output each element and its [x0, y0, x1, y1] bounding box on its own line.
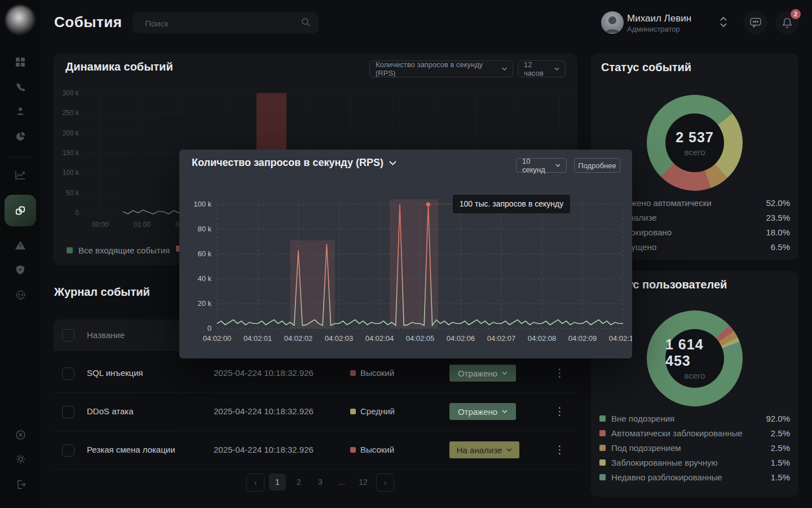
sidebar-item-analytics[interactable]: [9, 164, 32, 186]
sidebar-divider: [10, 157, 30, 157]
status-dropdown[interactable]: Отражено: [449, 365, 516, 382]
pagination-prev[interactable]: ‹: [246, 474, 264, 492]
status-dropdown[interactable]: На анализе: [449, 441, 519, 458]
sidebar-item-logout[interactable]: [9, 473, 32, 496]
svg-text:00:00: 00:00: [92, 221, 109, 229]
row-checkbox[interactable]: [62, 406, 74, 418]
range-select[interactable]: 12 часов: [518, 60, 566, 77]
pie-chart-icon: [15, 131, 26, 142]
notifications-button[interactable]: 2: [775, 11, 799, 34]
events-total-label: всего: [684, 147, 705, 157]
users-total-label: всего: [684, 371, 705, 380]
globe-icon: [15, 290, 26, 300]
event-name: DDoS атака: [87, 406, 133, 416]
chevron-up-down-icon: [720, 16, 727, 28]
row-menu-button[interactable]: ⋮: [554, 366, 565, 380]
event-timestamp: 2025-04-224 10:18:32.926: [214, 406, 314, 416]
row-checkbox[interactable]: [62, 444, 74, 457]
logout-icon: [15, 479, 26, 490]
rps-chart: 100 k80 k60 k40 k20 k004:02:0004:02:0104…: [179, 150, 632, 353]
pagination-page-2[interactable]: 2: [290, 474, 307, 491]
avatar-silhouette: [601, 11, 624, 34]
status-events-donut: 2 537 всего: [647, 95, 743, 191]
pagination: ‹ 1 2 3 ... 12 ›: [246, 474, 394, 492]
sidebar-item-support[interactable]: [9, 423, 32, 446]
sidebar-item-settings[interactable]: [9, 448, 32, 470]
svg-text:04:02:05: 04:02:05: [406, 334, 435, 343]
event-timestamp: 2025-04-224 10:18:32.926: [214, 368, 314, 378]
events-layers-icon: [14, 204, 27, 217]
user-icon: [15, 106, 25, 116]
legend-swatch: [67, 247, 73, 253]
select-all-checkbox[interactable]: [62, 329, 74, 341]
users-legend-row: Под подозрением 2.5%: [599, 443, 790, 453]
sidebar-item-alerts[interactable]: [9, 234, 32, 257]
sidebar-item-users[interactable]: [9, 100, 32, 122]
svg-text:04:02:04: 04:02:04: [365, 334, 394, 343]
sidebar-item-reports[interactable]: [9, 125, 32, 147]
svg-text:100 k: 100 k: [63, 169, 80, 177]
phone-icon: [15, 82, 26, 93]
pagination-page-12[interactable]: 12: [355, 474, 372, 491]
severity-swatch: [350, 409, 356, 414]
status-dropdown[interactable]: Отражено: [449, 403, 516, 420]
users-legend-row: Вне подозрения 92.0%: [599, 414, 790, 423]
svg-text:04:02:10: 04:02:10: [609, 334, 632, 343]
svg-text:80 k: 80 k: [197, 225, 211, 233]
svg-text:60 k: 60 k: [197, 249, 211, 258]
svg-text:0: 0: [208, 324, 211, 332]
table-row[interactable]: SQL инъекция 2025-04-224 10:18:32.926 Вы…: [54, 354, 577, 393]
app-root: События Михаил Левин Администратор 2 Дин…: [0, 0, 812, 508]
avatar[interactable]: [601, 11, 624, 34]
row-menu-button[interactable]: ⋮: [554, 405, 565, 418]
event-timestamp: 2025-04-224 10:18:32.926: [214, 445, 314, 454]
events-total: 2 537: [676, 129, 714, 146]
chevron-down-icon: [554, 67, 559, 71]
users-legend-row: Недавно разблокированные 1.5%: [599, 472, 790, 482]
sidebar-item-security[interactable]: [9, 259, 32, 281]
sidebar-item-network[interactable]: [9, 283, 32, 306]
search-input[interactable]: [144, 12, 298, 34]
svg-text:04:02:07: 04:02:07: [487, 334, 516, 343]
users-legend-row: Автоматически заблокированные 2.5%: [599, 428, 790, 438]
line-chart-icon: [15, 169, 26, 181]
svg-text:04:02:09: 04:02:09: [568, 334, 597, 343]
svg-text:04:02:03: 04:02:03: [325, 334, 354, 343]
svg-text:200 k: 200 k: [63, 129, 80, 137]
svg-text:250 k: 250 k: [63, 109, 80, 117]
row-checkbox[interactable]: [62, 367, 74, 380]
svg-text:04:02:08: 04:02:08: [528, 334, 557, 343]
row-menu-button[interactable]: ⋮: [554, 443, 565, 457]
sidebar: [0, 0, 41, 508]
severity-label: Высокий: [360, 445, 394, 454]
sidebar-item-calls[interactable]: [9, 76, 32, 98]
sidebar-item-events-active[interactable]: [5, 195, 36, 226]
sidebar-item-dashboard[interactable]: [9, 51, 32, 73]
chevron-down-icon: [502, 410, 508, 413]
status-events-title: Статус событий: [601, 61, 691, 74]
severity-swatch: [350, 370, 356, 376]
event-name: SQL инъекция: [87, 368, 143, 378]
page-title: События: [54, 14, 122, 31]
warning-triangle-icon: [15, 240, 26, 251]
table-row[interactable]: DDoS атака 2025-04-224 10:18:32.926 Сред…: [54, 392, 577, 431]
table-row[interactable]: Резкая смена локации 2025-04-224 10:18:3…: [54, 431, 577, 470]
app-logo: [6, 6, 35, 35]
search-icon[interactable]: [301, 17, 311, 27]
grid-icon: [15, 57, 25, 67]
pagination-next[interactable]: ›: [376, 474, 394, 492]
svg-text:04:02:01: 04:02:01: [244, 334, 272, 343]
messages-button[interactable]: [744, 11, 767, 34]
user-name: Михаил Левин: [627, 13, 691, 24]
users-total: 1 614 453: [665, 336, 724, 369]
pagination-page-1[interactable]: 1: [269, 474, 286, 491]
users-legend-row: Заблокированные вручную 1.5%: [599, 458, 790, 467]
shield-icon: [15, 265, 25, 275]
user-menu-toggle[interactable]: [720, 16, 727, 28]
notification-badge: 2: [791, 9, 801, 19]
events-log-title: Журнал событий: [54, 286, 150, 299]
pagination-page-3[interactable]: 3: [312, 474, 329, 491]
svg-text:50 k: 50 k: [66, 189, 80, 197]
metric-select[interactable]: Количество запросов в секунду (RPS): [369, 60, 513, 77]
svg-text:100 k: 100 k: [193, 200, 211, 208]
